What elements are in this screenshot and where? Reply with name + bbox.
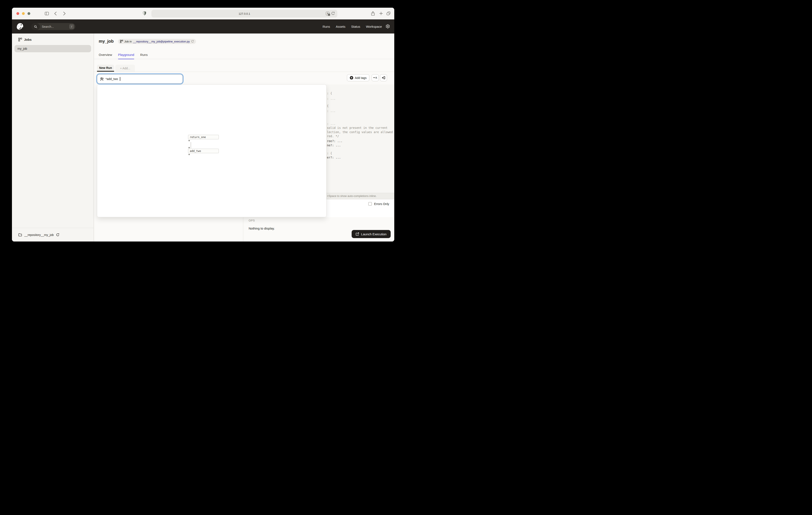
- close-window-button[interactable]: [17, 12, 19, 15]
- search-icon: [31, 23, 40, 30]
- zoom-window-button[interactable]: [28, 12, 30, 15]
- browser-window: 127.0.0.1 A: [12, 8, 394, 242]
- editor-code-line: : ...: [327, 122, 336, 126]
- editor-code-line: ree?: ...: [327, 139, 343, 143]
- editor-code-line: er?: ...: [327, 156, 341, 159]
- share-icon[interactable]: [371, 11, 375, 16]
- errors-only-label: Errors Only: [374, 202, 389, 206]
- editor-code-line: {: [327, 104, 328, 108]
- ops-empty-text: Nothing to display.: [249, 226, 274, 230]
- nav-assets[interactable]: Assets: [336, 25, 345, 28]
- editor-code-line: solid is not present in the current: [327, 126, 387, 130]
- job-tabs: Overview Playground Runs: [99, 53, 148, 59]
- config-tab-label: New Run: [99, 66, 112, 70]
- global-search-input[interactable]: Search... /: [31, 23, 75, 30]
- job-badge-prefix: Job in: [124, 40, 132, 43]
- job-badge-icon: [120, 40, 123, 43]
- add-tags-button[interactable]: Add tags: [347, 74, 369, 81]
- output-port-dot: [188, 140, 190, 141]
- config-tab-new-run[interactable]: New Run: [97, 65, 114, 72]
- reload-icon[interactable]: [331, 11, 335, 16]
- errors-only-control[interactable]: Errors Only: [368, 202, 389, 206]
- launch-execution-label: Launch Execution: [361, 232, 386, 236]
- dagster-logo[interactable]: [16, 23, 24, 30]
- sidebar-item-my-job[interactable]: my_job: [14, 45, 91, 52]
- ops-section-label: OPS: [249, 219, 255, 222]
- nav-status[interactable]: Status: [351, 25, 360, 28]
- folder-icon: [18, 233, 22, 236]
- reload-definition-icon[interactable]: [191, 40, 194, 43]
- job-origin-link[interactable]: __repository__my_job@pipeline_execution.…: [133, 40, 190, 43]
- launch-execution-button[interactable]: Launch Execution: [352, 230, 390, 238]
- sidebar-title: Jobs: [24, 38, 32, 42]
- expand-panel-button[interactable]: [380, 74, 387, 81]
- url-bar[interactable]: 127.0.0.1 A: [151, 10, 337, 18]
- add-tab-label: + Add...: [120, 66, 130, 70]
- circle-plus-icon: [350, 76, 353, 80]
- output-port-dot: [188, 154, 190, 155]
- tab-overview-icon[interactable]: [386, 11, 390, 16]
- page-title: my_job: [99, 39, 114, 44]
- tab-playground[interactable]: Playground: [118, 53, 134, 59]
- back-icon[interactable]: [54, 11, 57, 16]
- forward-icon[interactable]: [63, 11, 66, 16]
- autocomplete-hint: +Space to show auto-completions inline.: [327, 194, 377, 197]
- translate-icon[interactable]: A: [326, 12, 329, 16]
- jobs-sidebar: Jobs my_job __repository__my_job: [12, 33, 94, 242]
- external-link-icon: [356, 232, 359, 236]
- search-shortcut-badge: /: [69, 24, 74, 29]
- jobs-icon: [18, 38, 22, 42]
- nav-runs[interactable]: Runs: [323, 25, 330, 28]
- editor-code-line: : {: [327, 91, 332, 95]
- url-text: 127.0.0.1: [239, 12, 250, 16]
- graph-node-return-one[interactable]: return_one: [188, 135, 219, 139]
- app-header: Search... / Runs Assets Status Workspace: [12, 20, 394, 33]
- autocomplete-icon: ••A: [373, 76, 377, 79]
- tabs-divider: [94, 59, 394, 59]
- sidebar-toggle-icon[interactable]: [45, 11, 49, 16]
- editor-code-line: red. */: [327, 134, 339, 138]
- add-tags-label: Add tags: [355, 76, 367, 80]
- config-tabs-divider: [94, 72, 394, 72]
- op-selection-value: *add_two: [106, 77, 118, 81]
- node-label: add_two: [190, 150, 201, 153]
- tab-runs[interactable]: Runs: [140, 53, 148, 59]
- settings-gear-icon[interactable]: [385, 24, 390, 29]
- graph-edge: [191, 142, 191, 148]
- graph-node-add-two[interactable]: add_two: [188, 149, 219, 153]
- editor-code-line: : {: [327, 152, 332, 155]
- config-tab-add[interactable]: + Add...: [115, 65, 135, 72]
- minimize-window-button[interactable]: [22, 12, 25, 15]
- graph-preview-panel[interactable]: return_one add_two: [97, 84, 326, 217]
- reload-repository-icon[interactable]: [56, 233, 59, 237]
- autocomplete-toggle-button[interactable]: ••A: [372, 74, 379, 81]
- editor-code-line: ne?: ...: [327, 143, 341, 147]
- input-port-dot: [188, 147, 190, 148]
- editor-code-line: lection, the config values are allowed: [327, 130, 393, 134]
- editor-code-line: : ...: [327, 97, 336, 100]
- job-origin-badge: Job in __repository__my_job@pipeline_exe…: [118, 39, 196, 44]
- search-placeholder: Search...: [42, 25, 69, 28]
- new-tab-icon[interactable]: [379, 11, 383, 16]
- errors-only-checkbox[interactable]: [368, 202, 372, 206]
- nav-workspace[interactable]: Workspace: [366, 25, 382, 28]
- repository-name: __repository__my_job: [24, 233, 54, 237]
- repository-footer[interactable]: __repository__my_job: [12, 228, 94, 242]
- privacy-shield-icon[interactable]: [143, 11, 146, 16]
- play-panel-icon: [382, 76, 385, 80]
- text-caret: [120, 77, 120, 81]
- job-item-label: my_job: [18, 47, 27, 50]
- node-label: return_one: [190, 135, 206, 139]
- op-selector-icon: [100, 77, 104, 81]
- op-selector-input[interactable]: *add_two: [97, 74, 183, 84]
- bottom-divider: [243, 217, 243, 242]
- tab-overview[interactable]: Overview: [99, 53, 112, 59]
- browser-chrome: 127.0.0.1 A: [12, 8, 394, 20]
- editor-code-line: : ...: [327, 109, 336, 113]
